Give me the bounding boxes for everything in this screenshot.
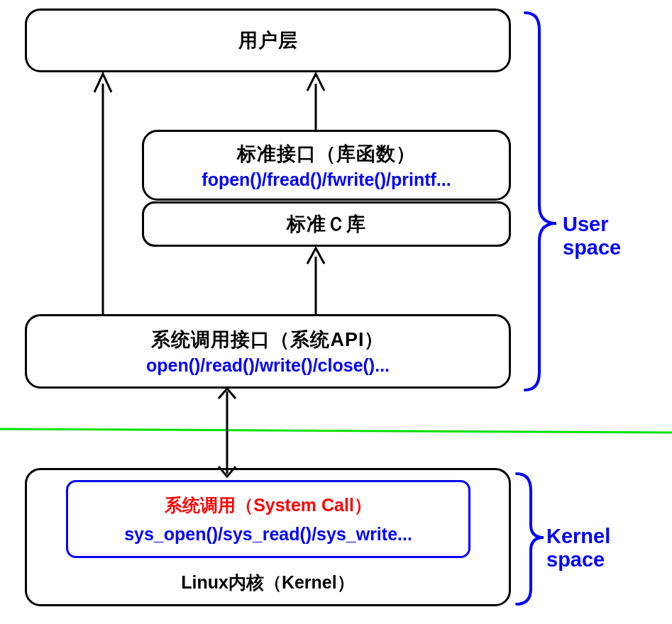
arrow-stdif-to-user bbox=[307, 74, 324, 130]
std-interface-title: 标准接口（库函数） bbox=[237, 141, 416, 167]
user-space-brace bbox=[525, 13, 556, 390]
arrow-syscall-to-user bbox=[94, 74, 111, 314]
kernel-label: Linux内核（Kernel） bbox=[27, 571, 509, 594]
user-space-label: User space bbox=[563, 213, 672, 260]
syscall-interface-title: 系统调用接口（系统API） bbox=[151, 327, 384, 352]
arrow-syscall-kernel-bi bbox=[219, 389, 236, 477]
kernel-space-brace bbox=[517, 474, 544, 604]
syscall-interface-box: 系统调用接口（系统API） open()/read()/write()/clos… bbox=[25, 314, 511, 389]
user-layer-box: 用户层 bbox=[25, 9, 511, 72]
syscall-inner-apis: sys_open()/sys_read()/sys_write... bbox=[124, 524, 412, 545]
syscall-interface-apis: open()/read()/write()/close()... bbox=[146, 355, 390, 376]
kernel-space-label: Kernel space bbox=[546, 525, 672, 572]
kernel-box: 系统调用（System Call） sys_open()/sys_read()/… bbox=[25, 468, 511, 606]
std-c-lib-title: 标准Ｃ库 bbox=[287, 211, 366, 237]
syscall-inner-title: 系统调用（System Call） bbox=[165, 494, 372, 517]
std-interface-apis: fopen()/fread()/fwrite()/printf... bbox=[202, 169, 451, 190]
arrow-syscall-to-clib bbox=[307, 248, 324, 314]
divider-line bbox=[0, 429, 672, 433]
std-interface-box: 标准接口（库函数） fopen()/fread()/fwrite()/print… bbox=[142, 130, 511, 201]
user-layer-title: 用户层 bbox=[238, 28, 298, 53]
syscall-inner-box: 系统调用（System Call） sys_open()/sys_read()/… bbox=[66, 480, 470, 558]
std-c-lib-box: 标准Ｃ库 bbox=[142, 201, 511, 247]
